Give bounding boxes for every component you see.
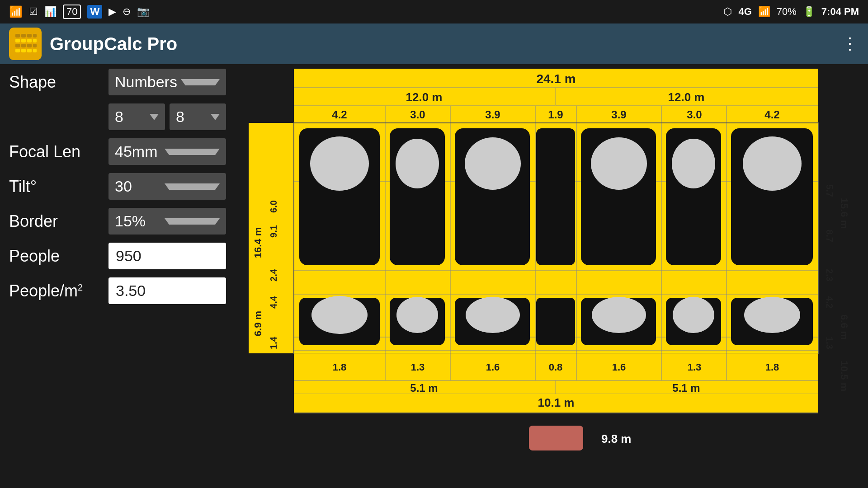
cols-input[interactable]: 8 xyxy=(170,103,226,130)
border-value: 15% xyxy=(115,212,161,230)
border-arrow xyxy=(165,218,220,225)
shape-row: Shape Numbers xyxy=(9,69,226,95)
left-panel: Shape Numbers 8 8 Focal Len xyxy=(0,64,235,488)
app-title: GroupCalc Pro xyxy=(50,34,177,54)
svg-rect-1 xyxy=(15,34,20,38)
svg-rect-10 xyxy=(21,44,26,47)
bot-right-half: 5.1 m xyxy=(672,382,700,394)
peopleDensity-row: People/m2 3.50 xyxy=(9,277,226,304)
tilt-value: 30 xyxy=(115,178,161,195)
right-bottom-label: 10.5 m xyxy=(839,361,850,392)
svg-rect-2 xyxy=(21,34,26,38)
top-left-half-label: 12.0 m xyxy=(406,90,443,104)
right-row2-label: 8.7 xyxy=(825,230,835,242)
rows-arrow xyxy=(150,114,159,120)
minus-circle-icon: ⊖ xyxy=(123,6,131,18)
word-icon: W xyxy=(87,5,102,19)
status-bar: 📶 ☑ 📊 70 W ▶ ⊖ 📷 ⬡ 4G 📶 70% 🔋 7:04 PM xyxy=(0,0,868,23)
svg-rect-11 xyxy=(27,44,32,47)
bot-col-4: 1.6 xyxy=(612,361,626,373)
people-label: People xyxy=(9,247,108,266)
svg-rect-14 xyxy=(21,49,26,52)
svg-rect-5 xyxy=(15,39,20,42)
person-body-1-0 xyxy=(396,139,439,188)
signal-bars-icon: 📊 xyxy=(44,6,57,18)
badge-70: 70 xyxy=(63,5,81,19)
shape-label: Shape xyxy=(9,73,108,92)
clock: 7:04 PM xyxy=(821,6,859,18)
peopleDensity-label: People/m2 xyxy=(9,282,108,300)
battery-level: 70% xyxy=(777,6,797,18)
youtube-icon: ▶ xyxy=(108,6,116,18)
person-body-2-1 xyxy=(466,297,520,333)
menu-button[interactable]: ⋮ xyxy=(842,34,859,53)
rows-input[interactable]: 8 xyxy=(108,103,165,130)
rowscols-inputs: 8 8 xyxy=(108,103,226,130)
svg-rect-16 xyxy=(33,49,37,52)
svg-rect-15 xyxy=(27,49,32,52)
right-row3-label: 2.3 xyxy=(825,269,835,282)
svg-rect-8 xyxy=(33,39,37,42)
top-width-label: 24.1 m xyxy=(536,72,576,86)
bot-full-label: 10.1 m xyxy=(538,396,575,409)
focalLen-value: 45mm xyxy=(115,143,161,160)
shape-dropdown-arrow xyxy=(181,79,220,85)
shape-dropdown[interactable]: Numbers xyxy=(108,69,226,95)
check-icon: ☑ xyxy=(29,6,38,18)
col-width-6: 4.2 xyxy=(764,108,779,121)
svg-rect-12 xyxy=(33,44,37,47)
border-label: Border xyxy=(9,212,108,231)
svg-rect-3 xyxy=(27,34,32,38)
left-row3-label: 2.4 xyxy=(269,268,278,282)
person-body-1-1 xyxy=(396,297,438,333)
podium xyxy=(529,426,583,450)
right-side-bottom-label: 6.6 m xyxy=(839,314,850,340)
bot-col-0: 1.8 xyxy=(333,361,347,373)
left-row1-label: 6.0 xyxy=(269,200,278,213)
bot-col-2: 1.6 xyxy=(486,361,500,373)
main-layout: Shape Numbers 8 8 Focal Len xyxy=(0,64,868,488)
tilt-label: Tilt° xyxy=(9,177,108,196)
bot-col-6: 1.8 xyxy=(765,361,779,373)
people-value: 950 xyxy=(116,247,142,264)
col-width-1: 3.0 xyxy=(410,108,425,121)
person-body-2-0 xyxy=(465,137,521,190)
peopleDensity-input[interactable]: 3.50 xyxy=(108,277,226,304)
border-dropdown[interactable]: 15% xyxy=(108,208,226,235)
border-row: Border 15% xyxy=(9,208,226,235)
svg-rect-43 xyxy=(294,353,818,394)
col-width-5: 3.0 xyxy=(687,108,702,121)
people-row: People 950 xyxy=(9,243,226,269)
bot-col-3: 0.8 xyxy=(549,361,563,373)
status-icons-left: 📶 ☑ 📊 70 W ▶ ⊖ 📷 xyxy=(9,5,149,19)
left-row4-label: 4.4 xyxy=(269,296,278,309)
focalLen-dropdown[interactable]: 45mm xyxy=(108,138,226,165)
svg-rect-6 xyxy=(21,39,26,42)
camera-icon: 📷 xyxy=(137,6,149,18)
status-icons-right: ⬡ 4G 📶 70% 🔋 7:04 PM xyxy=(723,6,859,18)
tilt-dropdown[interactable]: 30 xyxy=(108,173,226,200)
col-width-4: 3.9 xyxy=(611,108,626,121)
person-body-0-0 xyxy=(310,136,369,191)
col-width-0: 4.2 xyxy=(332,108,347,121)
right-row1-label: 5.7 xyxy=(825,184,835,197)
rowscols-row: 8 8 xyxy=(108,103,226,130)
right-panel: 24.1 m 12.0 m 12.0 m 4.2 3.0 3.9 1.9 3.9… xyxy=(235,64,868,488)
right-row4-label: 4.2 xyxy=(825,296,835,309)
person-cell-3-1 xyxy=(536,298,575,345)
bot-col-5: 1.3 xyxy=(688,361,702,373)
cell-signal-icon: 📶 xyxy=(758,6,770,18)
right-row5-label: 1.3 xyxy=(825,337,835,349)
focalLen-label: Focal Len xyxy=(9,142,108,161)
bluetooth-icon: ⬡ xyxy=(723,6,732,18)
wifi-icon: 📶 xyxy=(9,5,23,18)
podium-label: 9.8 m xyxy=(601,432,632,446)
tilt-arrow xyxy=(165,183,220,190)
bot-left-half: 5.1 m xyxy=(410,382,438,394)
person-body-4-1 xyxy=(592,297,646,333)
focalLen-arrow xyxy=(165,149,220,155)
right-full-label: 32.7 m xyxy=(852,248,854,279)
people-input[interactable]: 950 xyxy=(108,243,226,269)
left-row2-label: 9.1 xyxy=(269,225,278,238)
svg-rect-7 xyxy=(27,39,32,42)
